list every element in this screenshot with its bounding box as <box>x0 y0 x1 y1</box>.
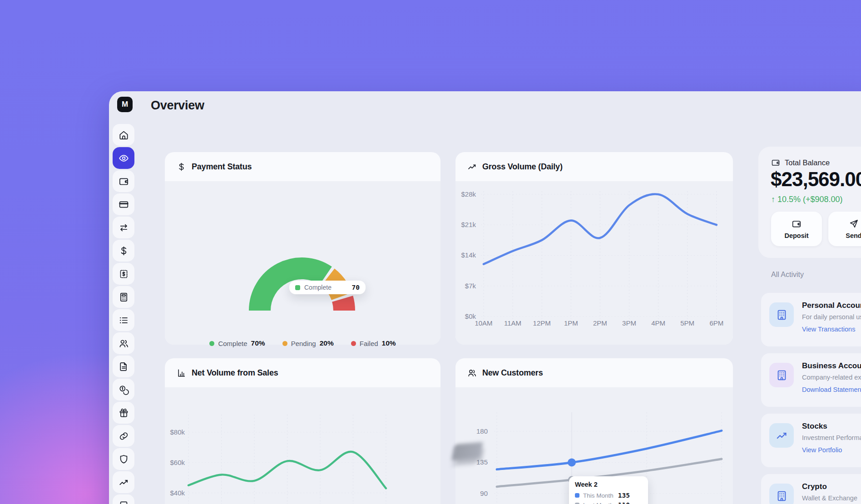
tooltip-series-name: This Month <box>583 492 614 499</box>
document-icon <box>119 361 129 372</box>
activity-title: Crypto <box>802 482 827 491</box>
sidebar-item-trend-up[interactable] <box>113 471 134 493</box>
activity-subtitle: Investment Performance <box>802 434 861 441</box>
all-activity-heading: All Activity <box>771 271 804 279</box>
dollar-icon <box>119 246 129 256</box>
svg-text:10AM: 10AM <box>475 319 492 327</box>
week-tooltip: Week 2 This Month135Last Month110 <box>569 476 648 504</box>
payment-status-header: Payment Status <box>165 152 440 181</box>
activity-card-business-account[interactable]: Business AccountCompany-related expenses… <box>761 353 861 407</box>
transfer-arrows-icon <box>119 222 129 233</box>
sidebar-item-shield[interactable] <box>113 448 134 470</box>
sidebar-item-document[interactable] <box>113 356 134 377</box>
total-balance-card: Total Balance $23,569.00 ↑ 10.5% (+$908.… <box>758 147 861 258</box>
sidebar-item-invoice[interactable] <box>113 263 134 285</box>
trend-up-icon <box>467 162 477 172</box>
app-logo[interactable]: M <box>117 97 133 112</box>
balance-change: ↑ 10.5% (+$908.00) <box>771 195 843 204</box>
sidebar-item-calculator[interactable] <box>113 286 134 308</box>
invoice-icon <box>119 269 129 279</box>
activity-icon-tile <box>769 423 794 448</box>
activity-subtitle: Wallet & Exchange <box>802 494 857 502</box>
svg-text:90: 90 <box>480 489 488 497</box>
svg-text:2PM: 2PM <box>593 319 607 327</box>
total-balance-header: Total Balance <box>771 158 830 167</box>
sidebar-item-box[interactable] <box>113 494 134 504</box>
activity-link[interactable]: View Portfolio <box>802 446 842 454</box>
building-icon <box>776 309 788 321</box>
gauge-tooltip: Complete 70 <box>289 281 366 294</box>
activity-title: Business Account <box>802 361 861 371</box>
action-label: Deposit <box>784 232 808 239</box>
legend-dot <box>209 341 214 346</box>
sidebar-item-list[interactable] <box>113 309 134 331</box>
svg-text:6PM: 6PM <box>709 319 723 327</box>
deposit-button[interactable]: Deposit <box>771 212 822 246</box>
sidebar-item-link[interactable] <box>113 425 134 447</box>
activity-card-crypto[interactable]: CryptoWallet & Exchange <box>761 474 861 504</box>
activity-link[interactable]: Download Statement <box>802 386 861 393</box>
sidebar-item-gift[interactable] <box>113 402 134 424</box>
chart-bar-icon <box>177 368 186 378</box>
link-icon <box>119 431 129 441</box>
sidebar-item-eye[interactable] <box>113 147 134 169</box>
net-volume-header: Net Volume from Sales <box>165 358 440 387</box>
svg-text:$21k: $21k <box>461 221 476 228</box>
sidebar-item-home[interactable] <box>113 124 134 146</box>
legend-label: Complete <box>218 340 247 347</box>
svg-text:$28k: $28k <box>461 190 476 198</box>
payment-status-gauge-chart <box>165 181 440 345</box>
gross-volume-chart: $28k$21k$14k$7k$0k10AM11AM12PM1PM2PM3PM4… <box>455 181 733 345</box>
balance-actions: DepositSend <box>771 212 861 246</box>
credit-card-icon <box>119 199 129 210</box>
legend-label: Failed <box>360 340 378 347</box>
legend-label: Pending <box>291 340 316 347</box>
sidebar-item-wallet[interactable] <box>113 170 134 192</box>
gross-volume-header: Gross Volume (Daily) <box>455 152 733 181</box>
svg-text:$40k: $40k <box>170 489 185 497</box>
legend-item: Pending20% <box>282 339 334 347</box>
tooltip-rows: This Month135Last Month110 <box>575 492 642 504</box>
box-icon <box>119 500 129 504</box>
card-title: Gross Volume (Daily) <box>482 162 563 172</box>
sidebar-item-credit-card[interactable] <box>113 193 134 215</box>
dollar-icon <box>177 162 186 172</box>
wallet-icon <box>771 158 780 167</box>
legend-item: Complete70% <box>209 339 265 347</box>
legend-value: 10% <box>382 339 396 347</box>
svg-text:5PM: 5PM <box>680 319 694 327</box>
trend-up-icon <box>776 430 788 442</box>
tooltip-series-name: Last Month <box>583 502 614 504</box>
dashboard-screen: { "app": { "logo_letter": "M", "page_tit… <box>0 0 861 504</box>
sidebar-item-transfer-arrows[interactable] <box>113 217 134 238</box>
activity-card-stocks[interactable]: StocksInvestment PerformanceView Portfol… <box>761 414 861 467</box>
calculator-icon <box>119 292 129 302</box>
users-icon <box>119 338 129 349</box>
sidebar-item-users[interactable] <box>113 332 134 354</box>
action-label: Send <box>846 232 861 239</box>
building-icon <box>776 369 788 381</box>
activity-list: Personal AccountFor daily personal useVi… <box>761 293 861 504</box>
activity-link[interactable]: View Transactions <box>802 326 855 333</box>
send-icon <box>849 219 859 229</box>
send-button[interactable]: Send <box>828 212 861 246</box>
activity-icon-tile <box>769 363 794 387</box>
new-customers-header: New Customers <box>455 358 733 387</box>
activity-subtitle: Company-related expenses <box>802 374 861 381</box>
svg-text:$80k: $80k <box>170 428 185 436</box>
total-balance-label: Total Balance <box>785 158 830 167</box>
list-icon <box>119 315 129 326</box>
gross-volume-card: $28k$21k$14k$7k$0k10AM11AM12PM1PM2PM3PM4… <box>455 152 733 345</box>
card-title: New Customers <box>482 368 543 378</box>
tooltip-swatch <box>575 493 579 498</box>
sidebar-item-coins[interactable] <box>113 379 134 400</box>
sidebar-item-dollar[interactable] <box>113 240 134 262</box>
activity-subtitle: For daily personal use <box>802 313 861 321</box>
activity-card-personal-account[interactable]: Personal AccountFor daily personal useVi… <box>761 293 861 346</box>
legend-value: 70% <box>251 339 265 347</box>
tooltip-row: This Month135 <box>575 492 642 499</box>
payment-status-card: Complete70%Pending20%Failed10% Complete … <box>165 152 440 345</box>
new-customers-card: 1801359045 Week 2 This Month135Last Mont… <box>455 358 733 504</box>
card-title: Net Volume from Sales <box>192 368 278 378</box>
payment-status-body: Complete70%Pending20%Failed10% Complete … <box>165 181 440 345</box>
